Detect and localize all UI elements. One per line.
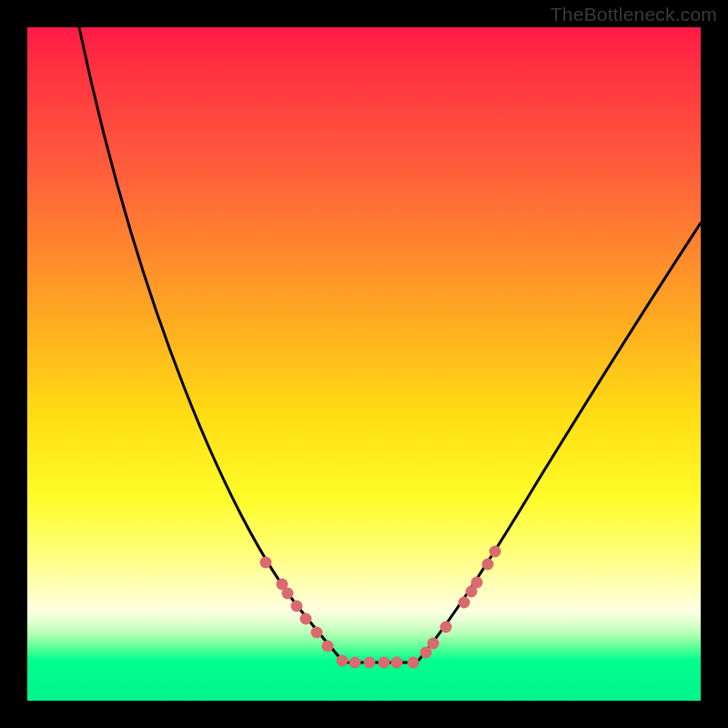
marker-dot: [459, 597, 470, 609]
marker-dot: [291, 601, 303, 612]
marker-dot: [408, 657, 420, 669]
marker-dot: [282, 588, 294, 600]
marker-dot: [440, 622, 452, 633]
marker-dot: [391, 657, 403, 669]
marker-dot: [482, 559, 494, 571]
watermark-text: TheBottleneck.com: [551, 4, 717, 25]
marker-group: [260, 546, 501, 669]
marker-dot: [471, 577, 483, 589]
marker-dot: [322, 641, 334, 652]
chart-stage: TheBottleneck.com: [0, 0, 728, 728]
marker-dot: [260, 557, 272, 569]
marker-dot: [428, 638, 440, 650]
marker-dot: [300, 613, 312, 625]
marker-dot: [349, 657, 361, 669]
marker-dot: [490, 546, 501, 558]
bottleneck-curve-left: [79, 27, 344, 662]
plot-area: [27, 27, 701, 701]
marker-dot: [337, 655, 349, 667]
bottleneck-curve-right: [417, 223, 701, 662]
chart-svg: [27, 27, 701, 701]
marker-dot: [379, 657, 390, 669]
marker-dot: [364, 657, 376, 669]
marker-dot: [311, 627, 323, 639]
